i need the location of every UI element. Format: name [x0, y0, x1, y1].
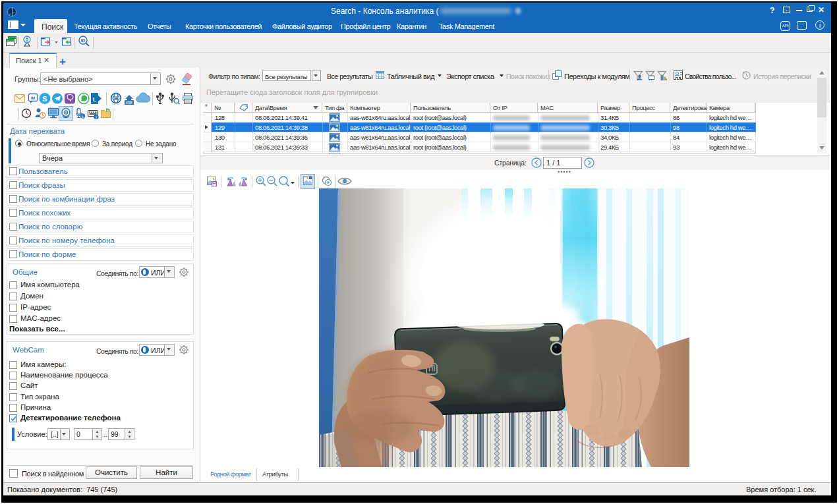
- svg-text:L: L: [93, 96, 97, 103]
- svg-text:S: S: [42, 95, 47, 103]
- svg-text:ID: ID: [81, 38, 86, 43]
- svg-text:HTTP: HTTP: [112, 97, 120, 100]
- svg-text:IM: IM: [31, 96, 36, 100]
- svg-text:FTP: FTP: [127, 101, 132, 105]
